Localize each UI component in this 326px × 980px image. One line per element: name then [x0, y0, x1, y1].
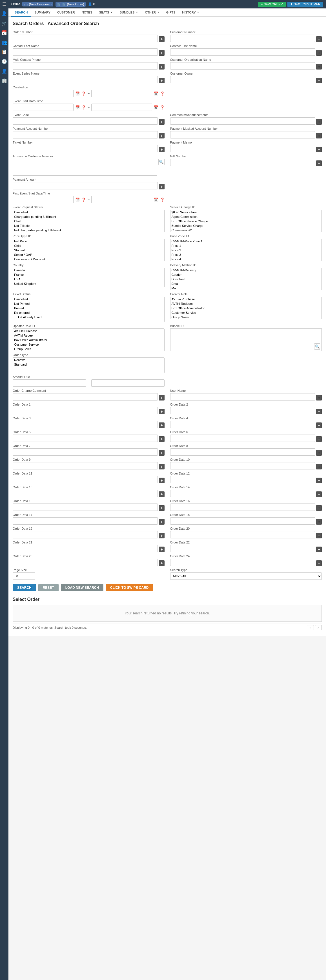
order-data-2-add-button[interactable]: + [316, 409, 322, 414]
created-on-start-question-icon[interactable]: ❓ [82, 91, 86, 96]
customer-owner-add-button[interactable]: + [316, 78, 322, 83]
first-event-end-calendar-icon[interactable]: 📅 [154, 197, 158, 202]
ticket-number-add-button[interactable]: + [159, 146, 165, 152]
ticket-number-input[interactable] [13, 145, 158, 152]
order-data-14-input[interactable] [170, 490, 315, 497]
next-page-button[interactable]: > [315, 625, 322, 630]
customer-org-name-input[interactable] [170, 62, 315, 70]
prev-page-button[interactable]: < [307, 625, 313, 630]
user-name-add-button[interactable]: + [316, 395, 322, 401]
sidebar-building-icon[interactable]: 🏢 [2, 78, 7, 83]
event-series-name-input[interactable] [13, 76, 158, 83]
sidebar-user-icon[interactable]: 👤 [2, 11, 7, 16]
order-data-14-add-button[interactable]: + [316, 492, 322, 497]
event-start-calendar-icon[interactable]: 📅 [75, 105, 80, 110]
created-on-start-input[interactable] [13, 90, 74, 97]
order-number-input[interactable] [13, 35, 158, 42]
event-code-add-button[interactable]: + [159, 119, 165, 125]
comments-announcements-input[interactable] [170, 117, 315, 125]
order-data-9-add-button[interactable]: + [159, 464, 165, 469]
tab-seats[interactable]: SEATS ▼ [96, 8, 117, 17]
order-data-6-input[interactable] [170, 434, 315, 442]
reset-button[interactable]: RESET [38, 584, 59, 591]
country-listbox[interactable]: Canada France USA United Kingdom [13, 268, 165, 287]
order-data-15-add-button[interactable]: + [159, 505, 165, 511]
order-data-24-add-button[interactable]: + [316, 560, 322, 566]
page-size-input[interactable] [13, 573, 35, 580]
order-data-13-input[interactable] [13, 490, 158, 497]
payment-memo-input[interactable] [170, 145, 315, 152]
order-data-12-add-button[interactable]: + [316, 477, 322, 483]
customer-badge[interactable]: ↑ ↑ (New Customer) [22, 2, 53, 6]
amount-due-min-input[interactable] [13, 379, 86, 387]
amount-due-max-input[interactable] [91, 379, 165, 387]
order-data-7-input[interactable] [13, 449, 158, 456]
order-data-17-add-button[interactable]: + [159, 519, 165, 525]
order-data-2-input[interactable] [170, 407, 315, 414]
order-number-add-button[interactable]: + [159, 36, 165, 42]
order-charge-comment-input[interactable] [13, 393, 158, 401]
tab-customer[interactable]: CUSTOMER [54, 8, 78, 17]
payment-masked-account-input[interactable] [170, 131, 315, 138]
order-data-8-add-button[interactable]: + [316, 450, 322, 456]
customer-org-name-add-button[interactable]: + [316, 64, 322, 70]
click-to-swipe-card-button[interactable]: CLICK TO SWIPE CARD [105, 584, 153, 591]
first-event-end-question-icon[interactable]: ❓ [160, 197, 165, 202]
payment-account-number-input[interactable] [13, 131, 158, 138]
sidebar-person-icon[interactable]: 👤 [2, 68, 7, 74]
tab-other[interactable]: OTHER ▼ [141, 8, 163, 17]
order-data-10-add-button[interactable]: + [316, 464, 322, 469]
first-event-start-input[interactable] [13, 196, 74, 203]
user-name-input[interactable] [170, 393, 315, 401]
tab-bundles[interactable]: BUNDLES ▼ [116, 8, 141, 17]
contact-last-name-input[interactable] [13, 48, 158, 56]
order-data-5-input[interactable] [13, 434, 158, 442]
sidebar-calendar-icon[interactable]: 📅 [2, 30, 7, 35]
order-data-20-input[interactable] [170, 531, 315, 538]
order-data-23-input[interactable] [13, 559, 158, 566]
created-on-end-question-icon[interactable]: ❓ [160, 91, 165, 96]
tab-gifts[interactable]: GIFTS [163, 8, 179, 17]
gift-number-input[interactable] [170, 159, 315, 166]
price-zone-id-listbox[interactable]: CR-GTM-Price Zone 1 Price 1 Price 2 Pric… [170, 239, 322, 261]
payment-account-number-add-button[interactable]: + [159, 133, 165, 138]
order-data-1-add-button[interactable]: + [159, 409, 165, 414]
sidebar-menu-icon[interactable]: ☰ [2, 2, 6, 7]
next-customer-button[interactable]: ⬇ NEXT CUSTOMER [288, 2, 323, 7]
order-data-23-add-button[interactable]: + [159, 560, 165, 566]
search-type-select[interactable]: Match All Match Any [170, 573, 322, 580]
payment-amount-input[interactable] [13, 182, 158, 189]
order-charge-comment-add-button[interactable]: + [159, 395, 165, 401]
order-data-16-input[interactable] [170, 504, 315, 511]
order-data-19-add-button[interactable]: + [159, 533, 165, 538]
contact-last-name-add-button[interactable]: + [159, 50, 165, 56]
customer-owner-input[interactable] [170, 76, 315, 83]
customer-number-input[interactable] [170, 35, 315, 42]
order-data-21-add-button[interactable]: + [159, 547, 165, 552]
created-on-end-calendar-icon[interactable]: 📅 [154, 91, 158, 96]
event-start-start-input[interactable] [13, 103, 74, 111]
first-event-start-question-icon[interactable]: ❓ [82, 197, 86, 202]
order-data-12-input[interactable] [170, 476, 315, 483]
order-data-8-input[interactable] [170, 449, 315, 456]
order-data-18-add-button[interactable]: + [316, 519, 322, 525]
order-type-listbox[interactable]: Renewal Standard [13, 358, 165, 373]
first-event-end-input[interactable] [91, 196, 152, 203]
multi-contact-phone-input[interactable] [13, 62, 158, 70]
tab-notes[interactable]: NOTES [78, 8, 96, 17]
order-data-7-add-button[interactable]: + [159, 450, 165, 456]
order-data-6-add-button[interactable]: + [316, 436, 322, 442]
contact-first-name-add-button[interactable]: + [316, 50, 322, 56]
order-data-19-input[interactable] [13, 531, 158, 538]
customer-number-add-button[interactable]: + [316, 36, 322, 42]
order-data-4-add-button[interactable]: + [316, 422, 322, 428]
search-button[interactable]: SEARCH [13, 584, 36, 591]
event-start-question-icon[interactable]: ❓ [82, 105, 86, 110]
event-series-name-add-button[interactable]: + [159, 78, 165, 83]
event-start-end-question-icon[interactable]: ❓ [160, 105, 165, 110]
delivery-method-id-listbox[interactable]: CR-GTM-Delivery Courier Download Email M… [170, 268, 322, 290]
event-code-input[interactable] [13, 117, 158, 125]
price-type-id-listbox[interactable]: Full Price Child Student Senior / OAP Co… [13, 239, 165, 261]
payment-amount-add-button[interactable]: + [159, 184, 165, 189]
order-data-3-input[interactable] [13, 421, 158, 428]
